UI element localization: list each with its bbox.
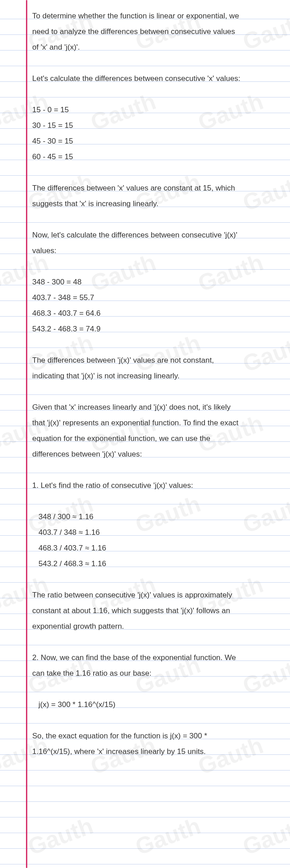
blank-line	[32, 384, 281, 399]
text-line: To determine whether the function is lin…	[32, 8, 281, 24]
text-line: that 'j(x)' represents an exponential fu…	[32, 415, 281, 431]
blank-line	[32, 337, 281, 352]
text-line: exponential growth pattern.	[32, 618, 281, 634]
text-line: So, the exact equation for the function …	[32, 728, 281, 744]
text-line: 403.7 / 348 ≈ 1.16	[32, 525, 281, 540]
blank-line	[32, 712, 281, 728]
text-line: The ratio between consecutive 'j(x)' val…	[32, 587, 281, 603]
text-line: Let's calculate the differences between …	[32, 71, 281, 86]
blank-line	[32, 165, 281, 180]
blank-line	[32, 86, 281, 102]
text-line: values:	[32, 243, 281, 258]
text-line: 30 - 15 = 15	[32, 118, 281, 133]
text-line: 1.16^(x/15), where 'x' increases linearl…	[32, 744, 281, 759]
text-line: suggests that 'x' is increasing linearly…	[32, 196, 281, 212]
text-line: constant at about 1.16, which suggests t…	[32, 603, 281, 618]
text-line: Now, let's calculate the differences bet…	[32, 227, 281, 243]
text-line: The differences between 'j(x)' values ar…	[32, 352, 281, 368]
text-line: 348 - 300 = 48	[32, 274, 281, 290]
text-line: 543.2 / 468.3 ≈ 1.16	[32, 556, 281, 572]
text-line: 348 / 300 ≈ 1.16	[32, 509, 281, 525]
text-line: equation for the exponential function, w…	[32, 431, 281, 446]
page: GauthGauthGauthGauthGauthGauthGauthGauth…	[0, 0, 290, 868]
text-line: 468.3 - 403.7 = 64.6	[32, 305, 281, 321]
blank-line	[32, 258, 281, 274]
text-line: 543.2 - 468.3 = 74.9	[32, 321, 281, 337]
blank-line	[32, 462, 281, 478]
text-line: differences between 'j(x)' values:	[32, 446, 281, 462]
blank-line	[32, 572, 281, 587]
text-line: 2. Now, we can find the base of the expo…	[32, 650, 281, 665]
text-line: 60 - 45 = 15	[32, 149, 281, 165]
text-line: can take the 1.16 ratio as our base:	[32, 665, 281, 681]
blank-line	[32, 634, 281, 650]
blank-line	[32, 55, 281, 71]
text-line: 468.3 / 403.7 ≈ 1.16	[32, 540, 281, 556]
text-line: indicating that 'j(x)' is not increasing…	[32, 368, 281, 384]
text-line: j(x) = 300 * 1.16^(x/15)	[32, 697, 281, 712]
text-line: Given that 'x' increases linearly and 'j…	[32, 399, 281, 415]
text-line: The differences between 'x' values are c…	[32, 180, 281, 196]
content-area: To determine whether the function is lin…	[0, 4, 290, 764]
blank-line	[32, 681, 281, 697]
text-line: 403.7 - 348 = 55.7	[32, 290, 281, 305]
text-line: need to analyze the differences between …	[32, 24, 281, 39]
text-line: 45 - 30 = 15	[32, 133, 281, 149]
text-line: 1. Let's find the ratio of consecutive '…	[32, 478, 281, 493]
blank-line	[32, 493, 281, 509]
blank-line	[32, 212, 281, 227]
text-line: 15 - 0 = 15	[32, 102, 281, 118]
text-line: of 'x' and 'j(x)'.	[32, 39, 281, 55]
